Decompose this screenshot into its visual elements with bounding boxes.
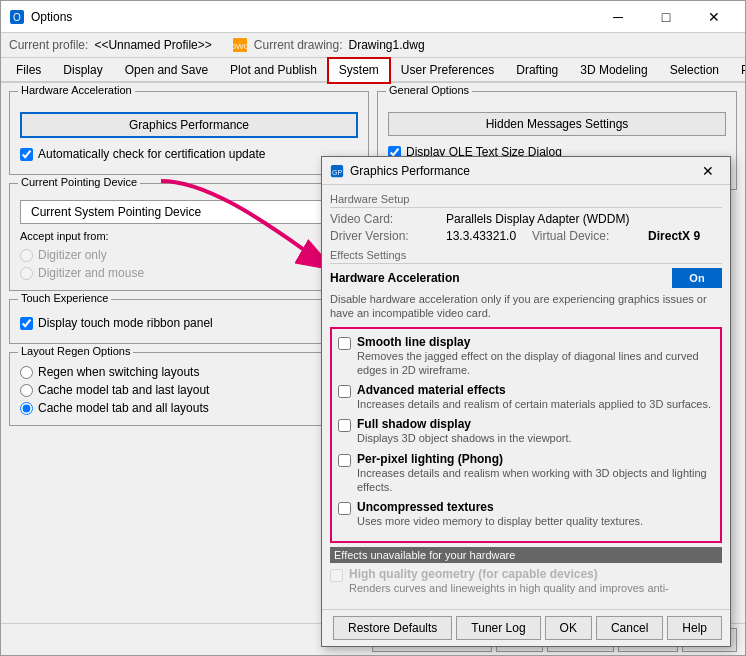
tab-selection[interactable]: Selection xyxy=(659,58,730,81)
hidden-messages-button[interactable]: Hidden Messages Settings xyxy=(388,112,726,136)
hw-accel-section: Hardware Acceleration Graphics Performan… xyxy=(9,91,369,175)
gfx-title-bar: GP Graphics Performance ✕ xyxy=(322,157,730,185)
gfx-footer: Restore Defaults Tuner Log OK Cancel Hel… xyxy=(322,609,730,646)
digitizer-mouse-radio[interactable] xyxy=(20,267,33,280)
tab-3d-modeling[interactable]: 3D Modeling xyxy=(569,58,658,81)
svg-text:GP: GP xyxy=(332,168,342,175)
regen-option1-row: Regen when switching layouts xyxy=(20,365,358,379)
accept-input-label: Accept input from: xyxy=(20,230,358,242)
unavail-title: Effects unavailable for your hardware xyxy=(334,549,515,561)
gfx-help-button[interactable]: Help xyxy=(667,616,722,640)
pointing-device-section-title: Current Pointing Device xyxy=(18,176,140,188)
gfx-close-button[interactable]: ✕ xyxy=(694,157,722,185)
auto-check-label: Automatically check for certification up… xyxy=(38,147,265,161)
driver-label: Driver Version: xyxy=(330,229,430,243)
touch-section-content: Display touch mode ribbon panel xyxy=(20,316,358,330)
left-panel: Hardware Acceleration Graphics Performan… xyxy=(9,91,369,629)
regen-option2-row: Cache model tab and last layout xyxy=(20,383,358,397)
current-drawing-label: Current drawing: xyxy=(254,38,343,52)
digitizer-mouse-label: Digitizer and mouse xyxy=(38,266,144,280)
advanced-material-label: Advanced material effects Increases deta… xyxy=(357,383,711,411)
drawing-icon: DWG xyxy=(232,37,248,53)
smooth-line-label: Smooth line display Removes the jagged e… xyxy=(357,335,714,378)
tab-display[interactable]: Display xyxy=(52,58,113,81)
touch-mode-checkbox[interactable] xyxy=(20,317,33,330)
driver-value: 13.3.43321.0 xyxy=(446,229,516,243)
hw-accel-description: Disable hardware acceleration only if yo… xyxy=(330,292,722,321)
regen-option2-label: Cache model tab and last layout xyxy=(38,383,209,397)
virtual-device-value: DirectX 9 xyxy=(648,229,700,243)
graphics-performance-button[interactable]: Graphics Performance xyxy=(20,112,358,138)
layout-regen-section: Layout Regen Options Regen when switchin… xyxy=(9,352,369,426)
regen-option1-label: Regen when switching layouts xyxy=(38,365,199,379)
pointing-device-dropdown[interactable]: Current System Pointing Device xyxy=(20,200,358,224)
profile-bar: Current profile: <<Unnamed Profile>> DWG… xyxy=(1,33,745,58)
digitizer-only-label: Digitizer only xyxy=(38,248,107,262)
high-quality-label: High quality geometry (for capable devic… xyxy=(349,567,669,595)
window-title: Options xyxy=(31,10,595,24)
touch-section-title: Touch Experience xyxy=(18,292,111,304)
touch-section: Touch Experience Display touch mode ribb… xyxy=(9,299,369,344)
close-button[interactable]: ✕ xyxy=(691,1,737,33)
gfx-dialog-icon: GP xyxy=(330,164,344,178)
hw-accel-toggle-button[interactable]: On xyxy=(672,268,722,288)
high-quality-row: High quality geometry (for capable devic… xyxy=(330,567,722,595)
tab-open-save[interactable]: Open and Save xyxy=(114,58,219,81)
general-options-title: General Options xyxy=(386,84,472,96)
unavail-section: Effects unavailable for your hardware xyxy=(330,547,722,563)
video-card-row: Video Card: Parallels Display Adapter (W… xyxy=(330,212,722,226)
current-drawing-value: Drawing1.dwg xyxy=(349,38,425,52)
tabs-bar: Files Display Open and Save Plot and Pub… xyxy=(1,58,745,83)
auto-check-checkbox[interactable] xyxy=(20,148,33,161)
tab-drafting[interactable]: Drafting xyxy=(505,58,569,81)
full-shadow-checkbox[interactable] xyxy=(338,419,351,432)
hw-accel-section-content: Graphics Performance Automatically check… xyxy=(20,108,358,161)
regen-option3-radio[interactable] xyxy=(20,402,33,415)
regen-option3-label: Cache model tab and all layouts xyxy=(38,401,209,415)
uncompressed-checkbox[interactable] xyxy=(338,502,351,515)
smooth-line-row: Smooth line display Removes the jagged e… xyxy=(338,335,714,378)
tuner-log-button[interactable]: Tuner Log xyxy=(456,616,540,640)
auto-check-row: Automatically check for certification up… xyxy=(20,147,358,161)
digitizer-only-radio[interactable] xyxy=(20,249,33,262)
minimize-button[interactable]: ─ xyxy=(595,1,641,33)
virtual-device-label: Virtual Device: xyxy=(532,229,632,243)
maximize-button[interactable]: □ xyxy=(643,1,689,33)
tab-system[interactable]: System xyxy=(328,58,390,83)
regen-option2-radio[interactable] xyxy=(20,384,33,397)
gfx-body: Hardware Setup Video Card: Parallels Dis… xyxy=(322,185,730,609)
uncompressed-row: Uncompressed textures Uses more video me… xyxy=(338,500,714,528)
pointing-device-dropdown-row: Current System Pointing Device xyxy=(20,200,358,224)
pointing-device-content: Current System Pointing Device Accept in… xyxy=(20,200,358,280)
accept-input-group: Digitizer only Digitizer and mouse xyxy=(20,248,358,280)
driver-row: Driver Version: 13.3.43321.0 Virtual Dev… xyxy=(330,229,722,243)
smooth-line-checkbox[interactable] xyxy=(338,337,351,350)
effects-title: Effects Settings xyxy=(330,249,722,264)
svg-text:DWG: DWG xyxy=(232,42,248,51)
advanced-material-checkbox[interactable] xyxy=(338,385,351,398)
per-pixel-checkbox[interactable] xyxy=(338,454,351,467)
gfx-cancel-button[interactable]: Cancel xyxy=(596,616,663,640)
gfx-dialog-title: Graphics Performance xyxy=(350,164,694,178)
tab-user-pref[interactable]: User Preferences xyxy=(390,58,505,81)
tab-plot-publish[interactable]: Plot and Publish xyxy=(219,58,328,81)
per-pixel-label: Per-pixel lighting (Phong) Increases det… xyxy=(357,452,714,495)
advanced-material-row: Advanced material effects Increases deta… xyxy=(338,383,714,411)
current-profile-value: <<Unnamed Profile>> xyxy=(94,38,211,52)
full-shadow-label: Full shadow display Displays 3D object s… xyxy=(357,417,572,445)
gfx-ok-button[interactable]: OK xyxy=(545,616,592,640)
uncompressed-label: Uncompressed textures Uses more video me… xyxy=(357,500,643,528)
pointing-device-section: Current Pointing Device Current System P… xyxy=(9,183,369,291)
hw-setup-title: Hardware Setup xyxy=(330,193,722,208)
regen-option1-radio[interactable] xyxy=(20,366,33,379)
tab-profiles[interactable]: Profiles xyxy=(730,58,746,81)
full-shadow-row: Full shadow display Displays 3D object s… xyxy=(338,417,714,445)
regen-option3-row: Cache model tab and all layouts xyxy=(20,401,358,415)
tab-files[interactable]: Files xyxy=(5,58,52,81)
restore-defaults-button[interactable]: Restore Defaults xyxy=(333,616,452,640)
window-controls: ─ □ ✕ xyxy=(595,1,737,33)
digitizer-mouse-row: Digitizer and mouse xyxy=(20,266,358,280)
video-card-value: Parallels Display Adapter (WDDM) xyxy=(446,212,629,226)
hw-accel-toggle-label: Hardware Acceleration xyxy=(330,271,460,285)
per-pixel-row: Per-pixel lighting (Phong) Increases det… xyxy=(338,452,714,495)
